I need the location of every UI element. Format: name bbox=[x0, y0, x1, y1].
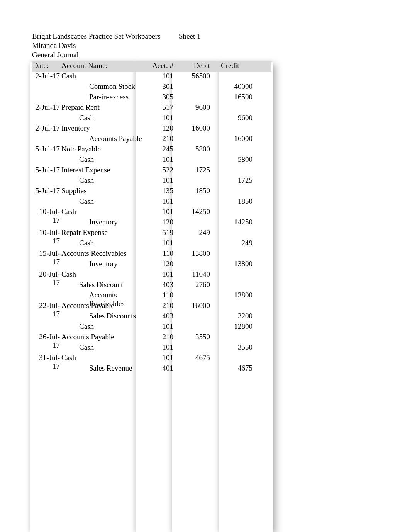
cell-acctnum: 101 bbox=[150, 343, 177, 352]
cell-debit: 14250 bbox=[177, 207, 214, 216]
table-row: Par-in-excess30516500 bbox=[32, 93, 271, 103]
table-row: Cash10112800 bbox=[32, 322, 271, 333]
table-row: 5-Jul-17Note Payable2455800 bbox=[32, 145, 271, 155]
col-account-header: Account Name: bbox=[61, 61, 150, 70]
cell-acctnum: 101 bbox=[150, 354, 177, 362]
cell-account: Cash bbox=[61, 343, 150, 352]
cell-acctnum: 101 bbox=[150, 155, 177, 164]
cell-date: 10-Jul-17 bbox=[32, 228, 61, 245]
cell-date: 2-Jul-17 bbox=[32, 72, 61, 80]
cell-date: 2-Jul-17 bbox=[32, 124, 61, 133]
doc-title: Bright Landscapes Practice Set Workpaper… bbox=[32, 32, 171, 41]
cell-account: Cash bbox=[61, 354, 150, 362]
table-row: 10-Jul-17Repair Expense519249 bbox=[32, 228, 271, 239]
table-row: Cash1015800 bbox=[32, 155, 271, 166]
cell-date: 10-Jul-17 bbox=[32, 207, 61, 224]
cell-debit: 3550 bbox=[177, 333, 214, 341]
cell-acctnum: 101 bbox=[150, 197, 177, 206]
cell-account: Cash bbox=[61, 207, 150, 216]
cell-date: 5-Jul-17 bbox=[32, 166, 61, 174]
cell-account: Prepaid Rent bbox=[61, 103, 150, 112]
cell-acctnum: 245 bbox=[150, 145, 177, 153]
cell-debit: 9600 bbox=[177, 103, 214, 112]
cell-account: Accounts Payable bbox=[61, 333, 150, 341]
cell-acctnum: 101 bbox=[150, 114, 177, 122]
table-row: 2-Jul-17Cash10156500 bbox=[32, 72, 271, 82]
cell-credit: 12800 bbox=[214, 322, 256, 331]
cell-credit: 3200 bbox=[214, 312, 256, 320]
cell-debit: 4675 bbox=[177, 354, 214, 362]
cell-account: Common Stock bbox=[61, 82, 150, 91]
cell-date: 2-Jul-17 bbox=[32, 103, 61, 112]
sheet-label: Sheet 1 bbox=[179, 32, 200, 41]
table-header: Date: Account Name: Acct. # Debit Credit bbox=[32, 61, 271, 72]
author-name: Miranda Davis bbox=[32, 41, 271, 50]
cell-account: Inventory bbox=[61, 218, 150, 226]
table-row: 20-Jul-17Cash10111040 bbox=[32, 270, 271, 280]
cell-debit: 56500 bbox=[177, 72, 214, 80]
table-row: Accounts Receivables11013800 bbox=[32, 291, 271, 301]
cell-acctnum: 101 bbox=[150, 207, 177, 216]
cell-account: Cash bbox=[61, 72, 150, 80]
cell-credit: 9600 bbox=[214, 114, 256, 122]
table-row: 22-Jul-17Accounts Payable21016000 bbox=[32, 301, 271, 312]
cell-acctnum: 110 bbox=[150, 249, 177, 258]
journal-title: General Journal bbox=[32, 51, 271, 59]
table-row: Cash1013550 bbox=[32, 343, 271, 354]
cell-account: Cash bbox=[61, 322, 150, 331]
cell-acctnum: 135 bbox=[150, 187, 177, 195]
table-row: Sales Revenue4014675 bbox=[32, 364, 271, 374]
cell-acctnum: 210 bbox=[150, 333, 177, 341]
cell-debit: 16000 bbox=[177, 124, 214, 133]
cell-credit: 40000 bbox=[214, 82, 256, 91]
cell-date: 15-Jul-17 bbox=[32, 249, 61, 266]
cell-acctnum: 403 bbox=[150, 312, 177, 320]
cell-account: Inventory bbox=[61, 124, 150, 133]
cell-account: Sales Discounts bbox=[61, 312, 150, 320]
cell-credit: 16000 bbox=[214, 134, 256, 143]
cell-debit: 5800 bbox=[177, 145, 214, 153]
cell-acctnum: 210 bbox=[150, 301, 177, 310]
page-content: Bright Landscapes Practice Set Workpaper… bbox=[32, 32, 271, 374]
cell-acctnum: 101 bbox=[150, 176, 177, 185]
cell-acctnum: 101 bbox=[150, 239, 177, 247]
cell-account: Par-in-excess bbox=[61, 93, 150, 101]
cell-credit: 3550 bbox=[214, 343, 256, 352]
cell-account: Supplies bbox=[61, 187, 150, 195]
cell-date: 20-Jul-17 bbox=[32, 270, 61, 287]
cell-acctnum: 101 bbox=[150, 270, 177, 279]
table-row: 5-Jul-17Supplies1351850 bbox=[32, 187, 271, 197]
cell-account: Sales Discount bbox=[61, 280, 150, 289]
cell-account: Accounts Payable bbox=[61, 134, 150, 143]
cell-acctnum: 517 bbox=[150, 103, 177, 112]
journal-table: Date: Account Name: Acct. # Debit Credit… bbox=[32, 61, 271, 374]
table-row: Cash1011850 bbox=[32, 197, 271, 207]
cell-account: Cash bbox=[61, 114, 150, 122]
col-debit-header: Debit bbox=[177, 61, 214, 70]
cell-account: Sales Revenue bbox=[61, 364, 150, 372]
cell-acctnum: 110 bbox=[150, 291, 177, 299]
cell-account: Note Payable bbox=[61, 145, 150, 153]
cell-credit: 13800 bbox=[214, 291, 256, 299]
cell-credit: 13800 bbox=[214, 260, 256, 268]
cell-acctnum: 403 bbox=[150, 280, 177, 289]
cell-acctnum: 210 bbox=[150, 134, 177, 143]
cell-account: Repair Expense bbox=[61, 228, 150, 237]
col-acctnum-header: Acct. # bbox=[150, 61, 177, 70]
table-row: Inventory12014250 bbox=[32, 218, 271, 228]
cell-debit: 11040 bbox=[177, 270, 214, 279]
cell-date: 5-Jul-17 bbox=[32, 187, 61, 195]
cell-acctnum: 120 bbox=[150, 124, 177, 133]
cell-account: Cash bbox=[61, 197, 150, 206]
cell-account: Inventory bbox=[61, 260, 150, 268]
cell-acctnum: 120 bbox=[150, 260, 177, 268]
cell-account: Interest Expense bbox=[61, 166, 150, 174]
cell-credit: 249 bbox=[214, 239, 256, 247]
cell-acctnum: 120 bbox=[150, 218, 177, 226]
table-row: Sales Discounts4033200 bbox=[32, 312, 271, 322]
table-row: Accounts Payable21016000 bbox=[32, 134, 271, 145]
cell-credit: 4675 bbox=[214, 364, 256, 372]
cell-acctnum: 401 bbox=[150, 364, 177, 372]
cell-debit: 1725 bbox=[177, 166, 214, 174]
cell-credit: 16500 bbox=[214, 93, 256, 101]
